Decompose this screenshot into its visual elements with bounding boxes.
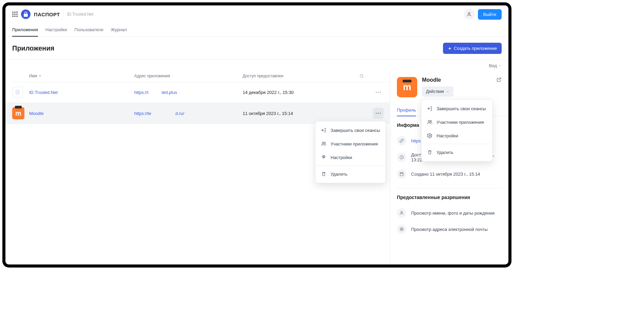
moodle-icon: m	[12, 107, 24, 119]
detail-actions-menu: Завершить свои сеансы Участники приложен…	[421, 99, 492, 161]
row-actions-menu: Завершить свои сеансы Участники приложен…	[315, 121, 386, 183]
svg-point-4	[380, 92, 381, 93]
tab-users[interactable]: Пользователи	[75, 23, 103, 36]
apps-grid-icon[interactable]	[12, 12, 18, 17]
tab-journal[interactable]: Журнал	[111, 23, 127, 36]
external-link-icon[interactable]	[496, 77, 502, 82]
view-label: Вид	[489, 63, 497, 68]
users-icon	[427, 119, 432, 125]
col-addr-header: Адрес приложения	[134, 74, 243, 78]
detail-tab-profile[interactable]: Профиль	[397, 104, 416, 116]
search-icon[interactable]	[359, 74, 373, 78]
page-title: Приложения	[12, 44, 54, 52]
menu-label: Завершить свои сеансы	[437, 106, 486, 111]
menu-label: Удалить	[437, 150, 454, 155]
access-date: 14 декабря 2022 г., 15:30	[243, 90, 359, 95]
view-toggle[interactable]: Вид	[489, 63, 502, 68]
menu-members[interactable]: Участники приложения	[316, 137, 385, 151]
svg-point-1	[360, 74, 363, 77]
link-icon	[397, 136, 406, 145]
tab-settings[interactable]: Настройки	[45, 23, 67, 36]
trash-icon	[427, 150, 432, 155]
app-url-link[interactable]: https://ixxxxxxted.plus	[134, 90, 177, 95]
menu-end-sessions[interactable]: Завершить свои сеансы	[316, 123, 385, 137]
actions-label: Действия	[426, 89, 444, 94]
svg-point-3	[378, 92, 379, 93]
col-access-header: Доступ предоставлен	[243, 74, 359, 78]
perms-section-title: Предоставленные разрешения	[397, 195, 502, 200]
access-date: 11 октября 2023 г., 15:14	[243, 111, 359, 116]
brand-title: ПАСПОРТ	[34, 12, 60, 17]
sort-up-icon	[38, 74, 42, 78]
brand-logo	[21, 9, 31, 19]
row-more-button[interactable]	[373, 87, 384, 98]
app-icon-placeholder	[12, 87, 23, 98]
calendar-icon	[397, 169, 406, 179]
trash-icon	[321, 171, 326, 177]
menu-end-sessions[interactable]: Завершить свои сеансы	[422, 102, 492, 115]
chevron-down-icon	[498, 64, 502, 67]
detail-app-icon: m	[397, 77, 417, 97]
menu-delete[interactable]: Удалить	[422, 145, 492, 159]
logout-icon	[427, 106, 432, 111]
svg-point-11	[428, 120, 430, 122]
brand-subtitle: ID.Trusted.Net	[63, 12, 94, 17]
app-url-link[interactable]: https://texxxxxxxxxxxd.ru/	[134, 111, 184, 116]
menu-label: Завершить свои сеансы	[330, 128, 380, 133]
gear-icon	[321, 155, 326, 160]
detail-title: Moodle	[422, 77, 454, 83]
app-name-link[interactable]: ID.Trusted.Net	[29, 90, 134, 95]
svg-point-5	[376, 113, 377, 114]
perm-text: Просмотр адреса электронной почты	[411, 227, 488, 232]
menu-members[interactable]: Участники приложения	[422, 115, 492, 129]
logout-button[interactable]: Выйти	[478, 9, 502, 20]
svg-point-8	[322, 142, 324, 144]
menu-settings[interactable]: Настройки	[422, 129, 492, 142]
svg-rect-15	[400, 173, 403, 176]
svg-point-12	[430, 120, 431, 122]
gear-icon	[427, 133, 432, 138]
menu-settings[interactable]: Настройки	[316, 151, 385, 164]
menu-label: Участники приложения	[330, 141, 378, 146]
clock-icon	[397, 153, 406, 162]
user-avatar-button[interactable]	[464, 9, 475, 20]
menu-label: Участники приложения	[437, 120, 484, 125]
svg-point-7	[380, 113, 381, 114]
create-app-label: Создать приложение	[454, 46, 497, 51]
svg-point-16	[401, 211, 403, 213]
svg-point-6	[378, 113, 379, 114]
table-row[interactable]: ID.Trusted.Net https://ixxxxxxted.plus 1…	[12, 82, 390, 102]
row-more-button[interactable]	[373, 108, 384, 119]
svg-point-9	[324, 142, 326, 143]
user-icon	[397, 208, 406, 218]
tab-apps[interactable]: Приложения	[12, 23, 38, 36]
users-icon	[321, 141, 326, 146]
menu-delete[interactable]: Удалить	[316, 167, 385, 181]
app-name-link[interactable]: Moodle	[29, 111, 134, 116]
col-name-header[interactable]: Имя	[29, 74, 37, 78]
svg-point-2	[376, 92, 377, 93]
at-icon	[397, 224, 406, 234]
perm-text: Просмотр имени, фото и даты рождения	[411, 211, 495, 216]
svg-point-0	[468, 13, 470, 14]
svg-point-13	[429, 135, 430, 136]
menu-label: Удалить	[330, 172, 347, 177]
detail-url-link[interactable]: https	[411, 138, 421, 143]
logout-icon	[321, 127, 326, 133]
chevron-down-icon	[446, 90, 449, 93]
menu-label: Настройки	[330, 155, 352, 160]
actions-dropdown-button[interactable]: Действия	[422, 86, 454, 97]
created-info: Создано 11 октября 2023 г., 15:14	[411, 172, 480, 177]
create-app-button[interactable]: Создать приложение	[443, 43, 502, 54]
menu-label: Настройки	[437, 133, 458, 138]
